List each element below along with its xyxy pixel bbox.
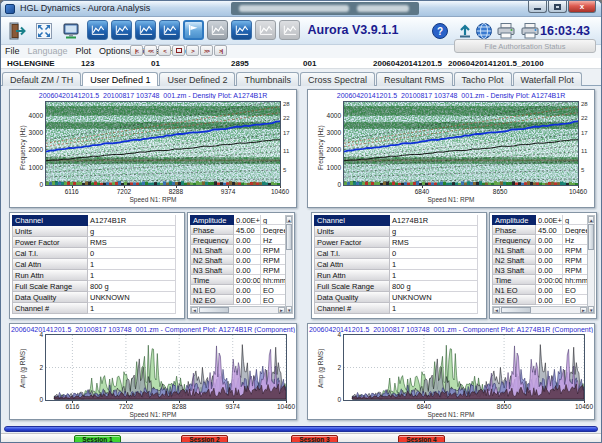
nav-first-button[interactable]: |< [130,45,143,56]
table-row[interactable]: Channel #1 [314,303,478,314]
maximize-button[interactable] [548,1,567,13]
time-history-plot-icon[interactable] [87,20,108,40]
horizontal-scrollbar[interactable] [4,426,598,432]
table-row[interactable]: Run Attn1 [314,270,478,281]
vector-plot-icon[interactable] [159,20,180,40]
close-button[interactable]: x [568,1,596,13]
table-row[interactable]: ChannelA1274B1R [12,215,176,226]
table-row[interactable]: Phase45.00Degrees [492,225,588,235]
table-row[interactable]: Data QualityUNKNOWN [314,292,478,303]
menu-plot[interactable]: Plot [76,46,92,56]
table-row[interactable]: N2 EO0.00EO [492,295,588,305]
table-row[interactable]: N2 Shaft0.00RPM [190,255,286,265]
table-row[interactable]: Time0:00:00hh:mm:ss.mil [190,275,286,285]
scroll-down-arrow[interactable]: ▼ [588,306,594,313]
table-row[interactable]: Amplitude0.00E+00g [492,215,588,225]
table-row[interactable]: N3 Shaft0.00RPM [492,265,588,275]
table-row[interactable]: N2 Shaft0.00RPM [492,255,588,265]
nav-fast-forward-button[interactable]: >> [200,45,213,56]
table-row[interactable]: N1 Shaft0.00RPM [190,245,286,255]
tab-tacho-plot[interactable]: Tacho Plot [454,72,512,86]
scrollbar-thumb[interactable] [588,224,594,250]
density-plot-area[interactable] [344,102,578,185]
tab-cross-spectral[interactable]: Cross Spectral [300,72,375,86]
table-row[interactable]: Data QualityUNKNOWN [12,292,176,303]
component-plot-area[interactable] [344,335,584,400]
table-row[interactable]: N1 Shaft0.00RPM [492,245,588,255]
nav-play-button[interactable]: > [186,45,199,56]
component-plot-area[interactable] [46,335,286,400]
thumbnail-plot-icon[interactable] [207,20,228,40]
nav-last-button[interactable]: >| [214,45,227,56]
table-row[interactable]: N1 EO0.00EO [190,285,286,295]
density-plot-area[interactable] [46,102,280,185]
menu-file[interactable]: File [5,46,20,56]
scroll-right-arrow[interactable]: ► [278,307,285,313]
session-button-3[interactable]: Session 3 [291,435,338,443]
table-row[interactable]: N2 EO0.00EO [190,295,286,305]
table-row[interactable]: Full Scale Range800 g [12,281,176,292]
nav-fast-rewind-button[interactable]: << [144,45,157,56]
tab-resultant-rms[interactable]: Resultant RMS [376,72,453,86]
scroll-right-arrow[interactable]: ► [580,307,587,313]
scroll-up-arrow[interactable]: ▲ [588,216,594,223]
waterfall-plot-icon[interactable] [255,20,276,40]
scroll-up-arrow[interactable]: ▲ [286,216,292,223]
table-row[interactable]: Cal Attn1 [314,259,478,270]
surface-plot-icon[interactable] [279,20,300,40]
tab-waterfall-plot[interactable]: Waterfall Plot [513,72,582,86]
horizontal-scrollbar[interactable]: ◄► [190,306,286,314]
tab-user-defined-2[interactable]: User Defined 2 [159,72,235,86]
tab-default-zm-th[interactable]: Default ZM / TH [2,72,81,86]
table-row[interactable]: N1 EO0.00EO [492,285,588,295]
table-row[interactable]: Run Attn1 [12,270,176,281]
tab-user-defined-1[interactable]: User Defined 1 [82,72,158,87]
printer-icon[interactable] [496,21,516,40]
scroll-left-arrow[interactable]: ◄ [493,307,500,313]
density-plot-icon[interactable] [135,20,156,40]
table-row[interactable]: Power FactorRMS [12,237,176,248]
table-row[interactable]: N3 Shaft0.00RPM [190,265,286,275]
nav-rewind-button[interactable]: < [158,45,171,56]
table-row[interactable]: Cal T.I.0 [12,248,176,259]
nav-stop-button[interactable] [172,45,185,56]
horizontal-scrollbar[interactable]: ◄► [492,306,588,314]
table-row[interactable]: Cal T.I.0 [314,248,478,259]
minimize-button[interactable] [528,1,547,13]
table-row[interactable]: Frequency0.00Hz [492,235,588,245]
table-row[interactable]: Unitsg [314,226,478,237]
table-row[interactable]: Full Scale Range800 g [314,281,478,292]
table-row[interactable]: Unitsg [12,226,176,237]
scroll-left-arrow[interactable]: ◄ [191,307,198,313]
tab-thumbnails[interactable]: Thumbnails [236,72,299,86]
globe-icon[interactable] [474,21,494,40]
vertical-scrollbar[interactable]: ▲▼ [587,215,595,314]
network-monitor-icon[interactable] [60,20,82,42]
upload-icon[interactable] [455,21,475,40]
flag-plot-icon[interactable] [183,20,204,40]
table-row[interactable]: Amplitude0.00E+00g [190,215,286,225]
table-row[interactable]: Power FactorRMS [314,237,478,248]
table-row[interactable]: Channel #1 [12,303,176,314]
session-button-2[interactable]: Session 2 [181,435,228,443]
scrollbar-thumb[interactable] [286,224,292,250]
spectrum-plot-icon[interactable] [111,20,132,40]
printer-alt-icon[interactable] [520,21,540,40]
table-row[interactable]: Phase45.00Degrees [190,225,286,235]
table-row[interactable]: ChannelA1274B1R [314,215,478,226]
fit-window-icon[interactable] [33,20,55,42]
table-row[interactable]: Time0:00:00hh:mm:ss.mil [492,275,588,285]
scrollbar-thumb[interactable] [199,307,229,313]
clock-plot-icon[interactable] [231,20,252,40]
vertical-scrollbar[interactable]: ▲▼ [285,215,293,314]
table-row[interactable]: Cal Attn1 [12,259,176,270]
exit-icon[interactable] [6,20,28,42]
session-button-1[interactable]: Session 1 [74,435,121,443]
table-row[interactable]: Frequency0.00Hz [190,235,286,245]
scroll-down-arrow[interactable]: ▼ [286,306,292,313]
menu-options[interactable]: Options [99,46,130,56]
help-icon[interactable]: ? [430,21,450,40]
file-authorisation-status-button[interactable]: File Authorisation Status [454,39,596,53]
session-button-4[interactable]: Session 4 [398,435,445,443]
scrollbar-thumb[interactable] [501,307,531,313]
